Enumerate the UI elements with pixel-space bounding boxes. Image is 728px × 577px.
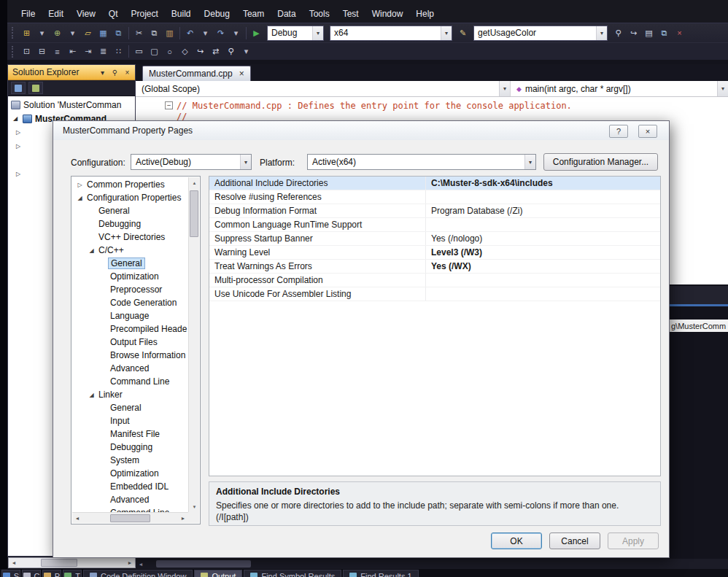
dialog-titlebar[interactable]: MusterCommand Property Pages <box>53 121 669 140</box>
tree-item[interactable]: Code Generation <box>72 296 188 309</box>
property-value[interactable] <box>426 274 660 287</box>
menu-item-help[interactable]: Help <box>409 6 441 22</box>
menu-item-edit[interactable]: Edit <box>42 6 70 22</box>
property-value[interactable]: Level3 (/W3) <box>426 246 660 259</box>
scrollbar-thumb[interactable] <box>110 514 150 522</box>
tree-item[interactable]: Embedded IDL <box>72 480 188 493</box>
float-window-icon[interactable]: ⊟ <box>34 44 50 59</box>
property-value[interactable] <box>426 287 660 301</box>
menu-item-build[interactable]: Build <box>165 6 198 22</box>
property-row[interactable]: Multi-processor Compilation <box>209 274 660 287</box>
fold-collapse-icon[interactable] <box>165 101 173 109</box>
chevron-down-icon[interactable] <box>717 81 728 96</box>
tree-item[interactable]: General <box>72 257 188 270</box>
scroll-left-icon[interactable] <box>136 559 146 569</box>
scroll-right-icon[interactable] <box>178 514 188 523</box>
dock-window-icon[interactable]: ⊡ <box>19 44 34 59</box>
cut-icon[interactable]: ✂ <box>131 26 147 40</box>
scrollbar-track[interactable] <box>19 558 125 568</box>
chevron-down-icon[interactable] <box>312 26 323 40</box>
align-icon[interactable]: ≡ <box>50 44 65 59</box>
collapsed-arrow-icon[interactable] <box>14 143 23 150</box>
menu-item-project[interactable]: Project <box>125 6 165 22</box>
add-item-caret-icon[interactable]: ▾ <box>65 26 80 40</box>
menu-item-file[interactable]: File <box>15 6 42 22</box>
new-project-icon[interactable]: ⊞ <box>19 26 34 40</box>
cancel-button[interactable]: Cancel <box>549 533 600 549</box>
more-tools-caret-icon[interactable]: ▾ <box>239 44 254 59</box>
apply-button[interactable]: Apply <box>608 533 659 549</box>
mini-tab-t[interactable]: T <box>63 570 82 577</box>
properties-window-icon[interactable]: ▤ <box>641 26 657 40</box>
menu-item-qt[interactable]: Qt <box>102 6 125 22</box>
redo-caret-icon[interactable]: ▾ <box>228 26 244 40</box>
tree-item[interactable]: VC++ Directories <box>72 231 188 244</box>
tree-item[interactable]: Language <box>72 309 188 322</box>
paste-icon[interactable]: ▥ <box>162 26 177 40</box>
property-value[interactable] <box>426 218 660 231</box>
scrollbar-thumb[interactable] <box>190 190 198 237</box>
tab-output[interactable]: Output <box>194 570 242 577</box>
save-icon[interactable]: ▦ <box>96 26 111 40</box>
mini-tab-p[interactable]: P <box>42 570 61 577</box>
diamond-tool-icon[interactable]: ◇ <box>177 44 193 59</box>
find-combo[interactable]: getUsageColor <box>473 26 608 41</box>
dialog-help-button[interactable] <box>609 125 628 138</box>
property-row[interactable]: Warning LevelLevel3 (/W3) <box>209 246 660 260</box>
indent-decrease-icon[interactable]: ⇤ <box>65 44 80 59</box>
editor-tab[interactable]: MusterCommand.cpp <box>142 66 251 81</box>
tree-horizontal-scrollbar[interactable] <box>72 512 188 523</box>
tab-code-definition-window[interactable]: Code Definition Window <box>83 570 193 577</box>
ellipse-tool-icon[interactable]: ○ <box>162 44 177 59</box>
tree-item[interactable]: Configuration Properties <box>72 191 188 204</box>
configuration-manager-button[interactable]: Configuration Manager... <box>543 153 658 171</box>
expanded-arrow-icon[interactable] <box>87 247 96 254</box>
stop-icon[interactable]: × <box>672 26 687 40</box>
window-position-icon[interactable] <box>97 67 108 78</box>
property-value[interactable]: C:\Muster-8-sdk-x64\includes <box>426 177 660 190</box>
edit-configuration-icon[interactable]: ✎ <box>455 26 471 40</box>
toolbar-grip[interactable] <box>12 27 15 39</box>
collapsed-arrow-icon[interactable] <box>75 182 85 188</box>
scrollbar-thumb[interactable] <box>41 559 77 567</box>
zoom-tool-icon[interactable]: ⚲ <box>223 44 239 59</box>
tree-item[interactable]: Command Line <box>72 506 188 512</box>
chevron-down-icon[interactable] <box>596 26 607 40</box>
menu-item-tools[interactable]: Tools <box>303 6 336 22</box>
solution-platform-combo[interactable]: x64 <box>330 26 452 41</box>
pin-icon[interactable] <box>109 67 120 78</box>
undo-icon[interactable]: ↶ <box>182 26 198 40</box>
redo-icon[interactable]: ↷ <box>213 26 228 40</box>
property-row[interactable]: Resolve #using References <box>209 190 660 204</box>
tree-item[interactable]: Output Files <box>72 336 188 349</box>
tab-find-results-1[interactable]: Find Results 1 <box>343 570 418 577</box>
solution-explorer-titlebar[interactable]: Solution Explorer <box>8 65 135 80</box>
menu-item-test[interactable]: Test <box>336 6 365 22</box>
tab-find-symbol-results[interactable]: Find Symbol Results <box>244 570 341 577</box>
property-row[interactable]: Common Language RunTime Support <box>209 218 660 232</box>
solution-explorer-hscrollbar[interactable] <box>8 557 136 568</box>
start-debug-icon[interactable]: ▶ <box>249 26 264 40</box>
scroll-down-icon[interactable] <box>189 501 200 512</box>
swap-tool-icon[interactable]: ⇄ <box>208 44 223 59</box>
tree-item[interactable]: Debugging <box>72 217 188 231</box>
tree-item[interactable]: Debugging <box>72 441 188 454</box>
tree-item[interactable]: Manifest File <box>72 427 188 441</box>
property-row[interactable]: Additional Include DirectoriesC:\Muster-… <box>209 177 660 190</box>
scroll-up-icon[interactable] <box>189 177 200 188</box>
tree-item[interactable]: General <box>72 401 188 414</box>
solution-explorer-icon[interactable]: ⧉ <box>657 26 672 40</box>
tree-item[interactable]: Common Properties <box>72 178 188 191</box>
main-hscrollbar[interactable] <box>136 559 728 569</box>
scrollbar-thumb[interactable] <box>156 560 251 568</box>
close-icon[interactable] <box>239 69 244 79</box>
tree-item[interactable]: Command Line <box>72 375 188 388</box>
save-all-icon[interactable]: ⧉ <box>111 26 126 40</box>
property-row[interactable]: Suppress Startup BannerYes (/nologo) <box>209 232 660 246</box>
chevron-down-icon[interactable] <box>499 81 510 96</box>
property-row[interactable]: Treat Warnings As ErrorsYes (/WX) <box>209 260 660 274</box>
undo-caret-icon[interactable]: ▾ <box>198 26 213 40</box>
property-value[interactable] <box>426 190 660 204</box>
tree-item[interactable]: Linker <box>72 388 188 401</box>
rounded-rectangle-tool-icon[interactable]: ▢ <box>147 44 162 59</box>
